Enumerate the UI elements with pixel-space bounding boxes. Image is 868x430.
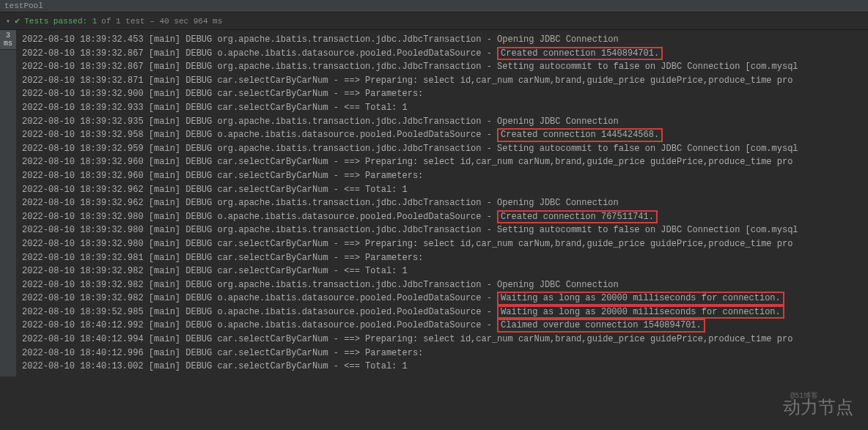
log-line: 2022-08-10 18:39:32.960 [main] DEBUG car… [22, 169, 862, 183]
check-icon: ✔ [15, 15, 20, 26]
log-line: 2022-08-10 18:39:32.981 [main] DEBUG car… [22, 251, 862, 265]
log-highlight: Claimed overdue connection 1540894701. [497, 319, 705, 332]
tests-info: of 1 test – 40 sec 964 ms [101, 17, 222, 26]
log-line: 2022-08-10 18:39:32.871 [main] DEBUG car… [22, 74, 862, 88]
log-line: 2022-08-10 18:39:32.867 [main] DEBUG org… [22, 60, 862, 74]
log-prefix: 2022-08-10 18:39:32.980 [main] DEBUG o.a… [22, 212, 497, 222]
log-line: 2022-08-10 18:40:12.996 [main] DEBUG car… [22, 346, 862, 360]
console-log[interactable]: 2022-08-10 18:39:32.453 [main] DEBUG org… [16, 30, 868, 377]
log-line: 2022-08-10 18:39:32.933 [main] DEBUG car… [22, 101, 862, 115]
log-line: 2022-08-10 18:39:32.982 [main] DEBUG o.a… [22, 292, 862, 305]
window-title-bar: testPool [0, 0, 868, 12]
log-line: 2022-08-10 18:40:13.002 [main] DEBUG car… [22, 360, 862, 374]
log-line: 2022-08-10 18:39:32.867 [main] DEBUG o.a… [22, 47, 862, 61]
log-line: 2022-08-10 18:39:32.900 [main] DEBUG car… [22, 87, 862, 101]
log-prefix: 2022-08-10 18:39:32.867 [main] DEBUG o.a… [22, 48, 497, 59]
log-line: 2022-08-10 18:39:32.453 [main] DEBUG org… [22, 33, 862, 47]
left-gutter: 3 ms [0, 30, 16, 377]
log-line: 2022-08-10 18:39:32.982 [main] DEBUG car… [22, 264, 862, 278]
log-highlight: Created connection 767511741. [497, 210, 658, 223]
log-highlight: Created connection 1540894701. [497, 47, 663, 60]
log-line: 2022-08-10 18:39:32.982 [main] DEBUG org… [22, 278, 862, 292]
collapse-icon[interactable]: ▾ [6, 17, 10, 26]
log-prefix: 2022-08-10 18:40:12.992 [main] DEBUG o.a… [22, 320, 497, 330]
log-line: 2022-08-10 18:39:32.959 [main] DEBUG org… [22, 142, 862, 156]
log-line: 2022-08-10 18:39:32.962 [main] DEBUG org… [22, 196, 862, 210]
log-prefix: 2022-08-10 18:39:32.958 [main] DEBUG o.a… [22, 130, 497, 140]
log-highlight: Waiting as long as 20000 milliseconds fo… [497, 305, 784, 319]
window-title: testPool [4, 1, 43, 10]
log-line: 2022-08-10 18:39:32.960 [main] DEBUG car… [22, 155, 862, 169]
time-badge: 3 ms [0, 30, 16, 50]
log-line: 2022-08-10 18:39:32.980 [main] DEBUG org… [22, 223, 862, 237]
log-line: 2022-08-10 18:39:52.985 [main] DEBUG o.a… [22, 305, 862, 319]
log-prefix: 2022-08-10 18:39:32.982 [main] DEBUG o.a… [22, 293, 497, 303]
log-line: 2022-08-10 18:39:32.980 [main] DEBUG car… [22, 237, 862, 251]
main-content: 3 ms 2022-08-10 18:39:32.453 [main] DEBU… [0, 30, 868, 377]
log-highlight: Waiting as long as 20000 milliseconds fo… [497, 292, 784, 305]
log-line: 2022-08-10 18:40:12.994 [main] DEBUG car… [22, 333, 862, 346]
log-line: 2022-08-10 18:39:32.958 [main] DEBUG o.a… [22, 128, 862, 142]
log-line: 2022-08-10 18:39:32.962 [main] DEBUG car… [22, 183, 862, 197]
test-toolbar: ▾ ✔ Tests passed: 1 of 1 test – 40 sec 9… [0, 12, 868, 30]
log-line: 2022-08-10 18:39:32.980 [main] DEBUG o.a… [22, 210, 862, 224]
log-prefix: 2022-08-10 18:39:52.985 [main] DEBUG o.a… [22, 307, 497, 317]
log-highlight: Created connection 1445424568. [497, 128, 663, 141]
log-line: 2022-08-10 18:39:32.935 [main] DEBUG org… [22, 115, 862, 129]
log-line: 2022-08-10 18:40:12.992 [main] DEBUG o.a… [22, 319, 862, 333]
tests-passed-label: Tests passed: 1 [24, 17, 97, 26]
